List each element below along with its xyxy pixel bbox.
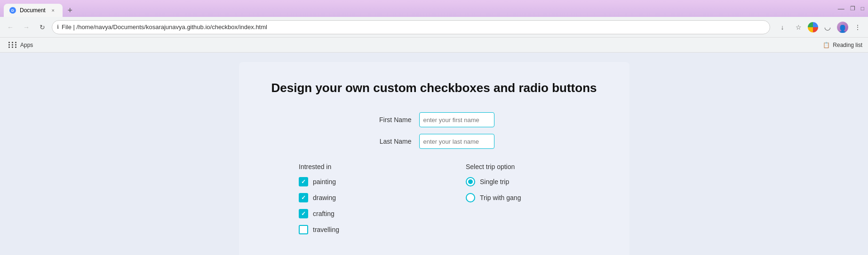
checkbox-crafting[interactable]: ✓ crafting — [299, 209, 402, 218]
radio-single-trip-button[interactable] — [466, 177, 475, 186]
radio-trip-gang[interactable]: Trip with gang — [466, 193, 569, 202]
interests-heading: Intrested in — [299, 163, 402, 170]
checkbox-travelling[interactable]: travelling — [299, 225, 402, 234]
checkbox-painting-box[interactable]: ✓ — [299, 177, 308, 186]
checkbox-drawing-box[interactable]: ✓ — [299, 193, 308, 202]
checkbox-drawing[interactable]: ✓ drawing — [299, 193, 402, 202]
checkmark-crafting: ✓ — [301, 211, 306, 216]
address-bar[interactable]: ℹ File | /home/navya/Documents/kosarajun… — [52, 20, 770, 34]
checkbox-crafting-label: crafting — [313, 210, 334, 217]
first-name-row: First Name — [374, 112, 494, 127]
maximize-button[interactable]: □ — [861, 5, 864, 12]
reading-list-icon: 📋 — [823, 42, 830, 48]
radio-single-trip-inner — [468, 179, 473, 184]
reading-list-button[interactable]: 📋 Reading list — [823, 42, 862, 48]
tab-close-button[interactable]: × — [49, 7, 57, 14]
last-name-row: Last Name — [374, 134, 494, 149]
tab-title: Document — [20, 7, 46, 14]
apps-grid-icon — [8, 42, 17, 48]
last-name-input[interactable] — [419, 134, 494, 149]
page-title: Design your own custom checkboxes and ra… — [267, 81, 601, 95]
extensions-icon[interactable]: ◡ — [821, 21, 834, 34]
download-icon[interactable]: ↓ — [776, 21, 789, 34]
checkbox-travelling-box[interactable] — [299, 225, 308, 234]
new-tab-button[interactable]: + — [64, 4, 77, 17]
reload-button[interactable]: ↻ — [36, 21, 49, 34]
trip-section: Select trip option Single trip Trip with… — [466, 163, 569, 241]
content-card: Design your own custom checkboxes and ra… — [239, 62, 629, 255]
radio-single-trip-label: Single trip — [480, 178, 509, 185]
checkbox-painting-label: painting — [313, 178, 336, 185]
address-lock-icon: ℹ — [57, 24, 59, 30]
minimize-button[interactable]: — — [838, 5, 844, 12]
checkbox-travelling-label: travelling — [313, 226, 339, 233]
reading-list-label: Reading list — [833, 42, 862, 48]
title-bar: D Document × + — ❐ □ — [0, 0, 868, 17]
browser-frame: D Document × + — ❐ □ ← → ↻ ℹ File | /hom… — [0, 0, 868, 255]
google-account-icon[interactable] — [808, 22, 818, 32]
radio-trip-gang-button[interactable] — [466, 193, 475, 202]
bookmark-star-icon[interactable]: ☆ — [792, 21, 805, 34]
form-section: First Name Last Name — [267, 112, 601, 149]
checkbox-painting[interactable]: ✓ painting — [299, 177, 402, 186]
apps-label: Apps — [20, 42, 33, 48]
active-tab[interactable]: D Document × — [4, 4, 63, 17]
radio-single-trip[interactable]: Single trip — [466, 177, 569, 186]
first-name-label: First Name — [374, 116, 412, 124]
trip-heading: Select trip option — [466, 163, 569, 170]
first-name-input[interactable] — [419, 112, 494, 127]
restore-button[interactable]: ❐ — [850, 5, 855, 12]
last-name-label: Last Name — [374, 138, 412, 145]
back-button[interactable]: ← — [4, 21, 17, 34]
tab-favicon: D — [9, 7, 16, 14]
apps-button[interactable]: Apps — [6, 41, 36, 49]
checkmark-drawing: ✓ — [301, 195, 306, 201]
checkbox-drawing-label: drawing — [313, 194, 336, 201]
address-text: File | /home/navya/Documents/kosarajunav… — [62, 23, 765, 31]
checkbox-crafting-box[interactable]: ✓ — [299, 209, 308, 218]
interests-left: Intrested in ✓ painting ✓ drawing — [299, 163, 402, 241]
page-content: Design your own custom checkboxes and ra… — [0, 53, 868, 255]
toolbar-right: ↓ ☆ ◡ 👤 ⋮ — [776, 21, 864, 34]
forward-button[interactable]: → — [20, 21, 33, 34]
checkmark-painting: ✓ — [301, 179, 306, 185]
window-controls: — ❐ □ — [838, 5, 864, 12]
bookmarks-bar: Apps 📋 Reading list — [0, 38, 868, 53]
interests-section: Intrested in ✓ painting ✓ drawing — [267, 163, 601, 241]
toolbar: ← → ↻ ℹ File | /home/navya/Documents/kos… — [0, 17, 868, 38]
profile-avatar[interactable]: 👤 — [837, 22, 848, 33]
tab-bar: D Document × + — [4, 0, 77, 17]
chrome-menu-icon[interactable]: ⋮ — [851, 21, 864, 34]
radio-trip-gang-label: Trip with gang — [480, 194, 521, 201]
